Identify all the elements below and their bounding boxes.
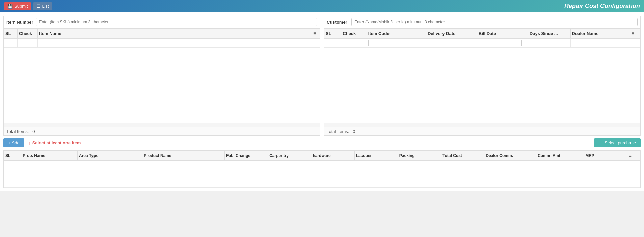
- left-filter-check-input[interactable]: [19, 40, 34, 46]
- left-col-extra: [105, 29, 312, 39]
- page-title: Repair Cost Configuration: [564, 3, 640, 10]
- left-panel-header: Item Number: [4, 16, 320, 28]
- right-col-dealer: Dealer Name: [570, 29, 630, 39]
- right-actions: ← Select purchase: [324, 138, 641, 147]
- right-filter-row: [324, 39, 640, 48]
- customer-label: Customer:: [327, 20, 349, 25]
- bottom-col-dealer-comm: Dealer Comm.: [484, 151, 536, 161]
- bottom-table-container: SL Prob. Name Area Type Product Name Fab…: [3, 150, 641, 188]
- right-filter-item-code-input[interactable]: [368, 40, 419, 46]
- left-filter-sl: [4, 39, 18, 48]
- bottom-col-comm-amt: Comm. Amt: [536, 151, 584, 161]
- bottom-table: SL Prob. Name Area Type Product Name Fab…: [4, 150, 640, 188]
- left-filter-extra: [105, 39, 312, 48]
- bottom-col-hardware: hardware: [311, 151, 354, 161]
- left-table-footer: Total Items: 0: [4, 127, 320, 135]
- bottom-col-lacquer: Lacquer: [354, 151, 398, 161]
- left-actions: + Add ↑ Select at least one Item: [3, 138, 320, 147]
- action-row: + Add ↑ Select at least one Item ← Selec…: [3, 138, 641, 147]
- list-button[interactable]: ☰ List: [33, 2, 52, 10]
- left-total-items: Total Items: 0: [6, 129, 35, 134]
- left-filter-item-name-input[interactable]: [39, 40, 97, 46]
- right-filter-bill-input[interactable]: [479, 40, 522, 46]
- bottom-col-prob-name: Prob. Name: [21, 151, 78, 161]
- save-icon: 💾: [7, 4, 13, 9]
- right-col-check: Check: [341, 29, 367, 39]
- item-number-label: Item Number: [6, 20, 33, 25]
- bottom-col-mrp: MRP: [584, 151, 627, 161]
- left-filter-item-name: [38, 39, 105, 48]
- right-table-wrapper: SL Check Item Code Delivery Date: [324, 28, 640, 127]
- right-panel-header: Customer:: [324, 16, 640, 28]
- left-filter-row: [4, 39, 320, 48]
- header: 💾 Submit ☰ List Repair Cost Configuratio…: [0, 0, 644, 12]
- left-settings-icon[interactable]: ≡: [312, 29, 320, 39]
- right-panel: Customer: SL Check: [324, 16, 641, 136]
- add-button[interactable]: + Add: [3, 138, 24, 147]
- list-icon: ☰: [36, 4, 41, 9]
- right-table-container[interactable]: SL Check Item Code Delivery Date: [324, 28, 640, 123]
- bottom-table-empty-cell: [4, 161, 640, 188]
- right-settings-icon[interactable]: ≡: [630, 29, 640, 39]
- right-total-items: Total Items: 0: [327, 129, 355, 134]
- left-arrow-icon: ←: [599, 140, 603, 145]
- item-number-input[interactable]: [36, 18, 317, 26]
- bottom-col-fab-change: Fab. Change: [224, 151, 268, 161]
- left-table-wrapper: SL Check Item Name ≡: [4, 28, 320, 127]
- left-data-table: SL Check Item Name ≡: [4, 28, 320, 48]
- right-filter-check: [341, 39, 367, 48]
- right-filter-days: [528, 39, 570, 48]
- right-table-header-row: SL Check Item Code Delivery Date: [324, 29, 640, 39]
- right-filter-item-code: [367, 39, 426, 48]
- right-col-sl: SL: [324, 29, 341, 39]
- bottom-table-body: [4, 161, 640, 188]
- header-buttons: 💾 Submit ☰ List: [4, 2, 52, 10]
- bottom-col-area-type: Area Type: [77, 151, 142, 161]
- right-col-days: Days Since ...: [528, 29, 570, 39]
- right-col-delivery: Delivery Date: [426, 29, 477, 39]
- right-table-footer: Total Items: 0: [324, 127, 640, 135]
- right-data-table: SL Check Item Code Delivery Date: [324, 28, 640, 48]
- bottom-col-settings[interactable]: ≡: [627, 151, 640, 161]
- right-filter-dealer: [570, 39, 630, 48]
- right-filter-delivery-input[interactable]: [428, 40, 471, 46]
- bottom-col-sl: SL: [4, 151, 21, 161]
- left-table-header-row: SL Check Item Name ≡: [4, 29, 320, 39]
- bottom-col-total-cost: Total Cost: [441, 151, 484, 161]
- bottom-col-product-name: Product Name: [142, 151, 225, 161]
- submit-button[interactable]: 💾 Submit: [4, 2, 31, 10]
- select-purchase-button[interactable]: ← Select purchase: [594, 138, 641, 147]
- warning-arrow-icon: ↑: [28, 140, 31, 146]
- left-col-check: Check: [18, 29, 38, 39]
- right-filter-delivery: [426, 39, 477, 48]
- left-table-container[interactable]: SL Check Item Name ≡: [4, 28, 320, 123]
- right-col-item-code: Item Code: [367, 29, 426, 39]
- right-filter-settings: [630, 39, 640, 48]
- left-filter-check: [18, 39, 38, 48]
- right-filter-bill: [477, 39, 528, 48]
- customer-input[interactable]: [351, 18, 638, 26]
- main-content: Item Number SL Check: [0, 12, 644, 191]
- right-hscroll[interactable]: [324, 123, 640, 127]
- left-panel: Item Number SL Check: [3, 16, 320, 136]
- top-section: Item Number SL Check: [3, 16, 641, 136]
- bottom-table-header-row: SL Prob. Name Area Type Product Name Fab…: [4, 151, 640, 161]
- select-item-warning: ↑ Select at least one Item: [28, 140, 81, 146]
- left-col-sl: SL: [4, 29, 18, 39]
- left-filter-settings: [312, 39, 320, 48]
- left-col-item-name: Item Name: [38, 29, 105, 39]
- bottom-table-empty-row: [4, 161, 640, 188]
- right-filter-sl: [324, 39, 341, 48]
- left-hscroll[interactable]: [4, 123, 320, 127]
- bottom-col-carpentry: Carpentry: [268, 151, 311, 161]
- bottom-col-packing: Packing: [398, 151, 441, 161]
- right-col-bill: Bill Date: [477, 29, 528, 39]
